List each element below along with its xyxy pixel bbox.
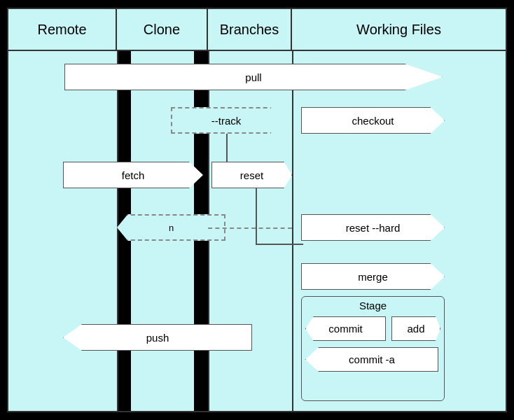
header-remote: Remote xyxy=(8,9,117,50)
line-h-to-merge xyxy=(256,244,303,245)
merge-arrow[interactable]: merge xyxy=(301,263,445,290)
body-area: pull --track checkout fetch reset n rese… xyxy=(8,51,506,411)
checkout-arrow[interactable]: checkout xyxy=(301,107,445,134)
add-arrow[interactable]: add xyxy=(391,316,440,341)
stage-label: Stage xyxy=(302,297,444,314)
sep-remote-clone xyxy=(117,51,118,411)
line-v-track xyxy=(226,134,228,162)
commit-a-arrow[interactable]: commit -a xyxy=(305,347,438,372)
line-v-reset-merge xyxy=(256,188,257,244)
dashed-line-h xyxy=(208,227,292,229)
track-arrow[interactable]: --track xyxy=(171,107,282,134)
pull-arrow[interactable]: pull xyxy=(64,64,443,90)
header-branches: Branches xyxy=(208,9,292,50)
header-row: Remote Clone Branches Working Files xyxy=(8,9,506,51)
header-clone: Clone xyxy=(117,9,208,50)
sep-branches-working xyxy=(292,51,293,411)
header-working: Working Files xyxy=(292,9,506,50)
fetch-arrow[interactable]: fetch xyxy=(63,162,203,188)
reset-arrow[interactable]: reset xyxy=(211,162,292,188)
stage-box: Stage commit add commit -a xyxy=(301,296,445,401)
commit-arrow[interactable]: commit xyxy=(305,316,386,341)
diagram: Remote Clone Branches Working Files pull… xyxy=(7,8,507,412)
reset-hard-arrow[interactable]: reset --hard xyxy=(301,214,445,241)
push-arrow[interactable]: push xyxy=(63,324,252,351)
